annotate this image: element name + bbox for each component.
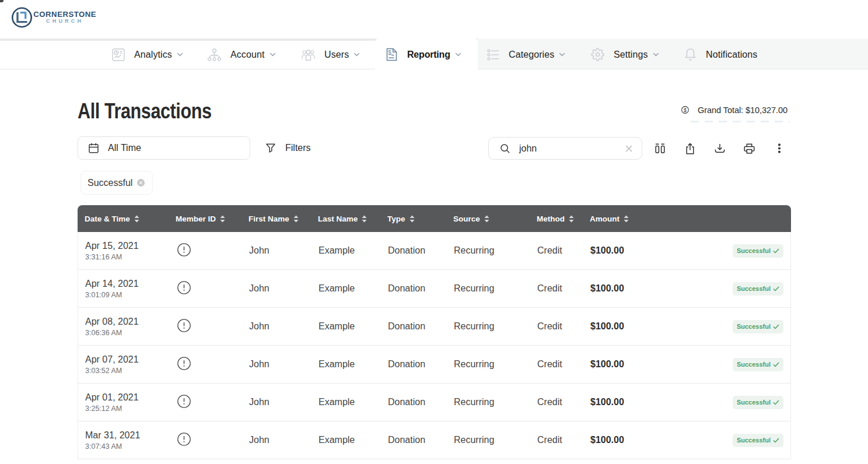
- svg-text:$: $: [388, 50, 391, 56]
- svg-text:CHURCH: CHURCH: [46, 18, 83, 24]
- svg-text:$: $: [684, 107, 687, 113]
